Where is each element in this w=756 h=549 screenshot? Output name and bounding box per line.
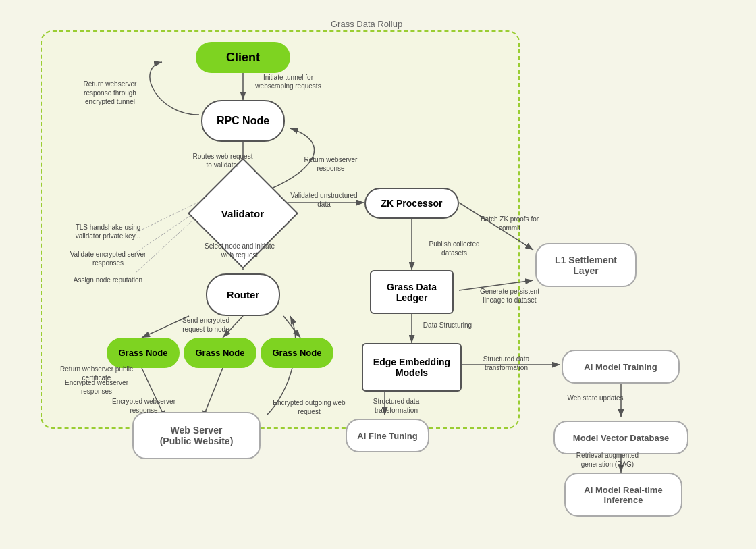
grass-node-1: Grass Node [107, 338, 180, 368]
label-zk-to-l1: Batch ZK proofs for commit [469, 215, 550, 232]
ai-fine-tuning-node: AI Fine Tuning [346, 419, 429, 452]
label-zk-to-ledger: Publish collected datasets [417, 240, 491, 257]
label-assign: Assign node reputation [68, 276, 148, 284]
label-validated-unstructured: Validated unstructured data [284, 191, 364, 209]
label-edge-to-ai-training: Structured data transformation [466, 355, 547, 372]
label-vector-to-realtime: Retrieval augmented generation (RAG) [567, 451, 648, 469]
grass-node-2: Grass Node [184, 338, 256, 368]
diagram-container: Grass Data Rollup [0, 0, 756, 549]
label-edge-to-fine-tuning: Structured data transformation [359, 397, 433, 415]
label-enc-ws-resp: Encrypted webserver response [107, 397, 181, 415]
router-node: Router [206, 273, 280, 316]
web-server-node: Web Server (Public Website) [132, 412, 261, 459]
ai-realtime-node: AI Model Real-time Inference [564, 473, 682, 517]
model-vector-db-node: Model Vector Database [554, 421, 688, 454]
label-enc-web-req: Encrypted outgoing web request [269, 398, 350, 416]
label-rpc-to-validator: Routes web request to validator [189, 152, 256, 169]
label-router-to-nodes: Send encrypted request to node [172, 316, 240, 334]
label-ai-training-to-vector: Web state updates [562, 394, 629, 402]
label-validate: Validate encrypted server responses [68, 250, 148, 267]
label-tls: TLS handshake using validator private ke… [68, 223, 148, 240]
grass-data-ledger-node: Grass Data Ledger [370, 270, 454, 314]
grass-node-3: Grass Node [261, 338, 333, 368]
label-validator-to-rpc: Return webserver response [297, 155, 364, 173]
label-validator-to-router: Select node and initiate web request [199, 242, 280, 259]
zk-processor-node: ZK Processor [364, 188, 459, 219]
rpc-node: RPC Node [201, 100, 285, 142]
label-rpc-to-client: Return webserver response through encryp… [73, 80, 147, 106]
grass-data-rollup-label: Grass Data Rollup [331, 19, 402, 29]
client-node: Client [196, 42, 290, 73]
label-ledger-to-edge: Data Structuring [417, 321, 478, 330]
label-client-to-rpc: Initiate tunnel for webscraping requests [248, 73, 329, 90]
label-ledger-to-l1: Generate persistent lineage to dataset [469, 287, 550, 305]
ai-model-training-node: AI Model Training [562, 350, 680, 384]
label-enc-responses: Encrypted webserver responses [59, 378, 134, 396]
edge-embedding-node: Edge Embedding Models [362, 343, 462, 392]
l1-settlement-node: L1 Settlement Layer [535, 243, 637, 287]
